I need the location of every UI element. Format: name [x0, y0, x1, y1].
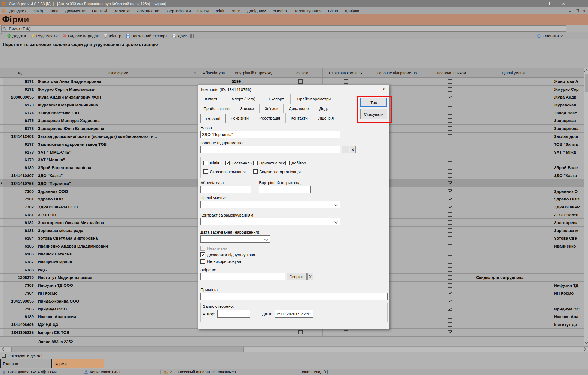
refresh-button[interactable]: Оновити — [534, 33, 565, 38]
dialog-tab-імпорт-beta-[interactable]: Імпорт (Beta) — [224, 94, 262, 104]
dialog-tab-зв-язок[interactable]: Зв'язок — [259, 104, 284, 113]
supplier-checkbox[interactable] — [448, 95, 452, 99]
allow-dispense-checkbox[interactable] — [200, 252, 205, 257]
branch-checkbox[interactable] — [203, 161, 208, 165]
insurance-company-checkbox[interactable] — [203, 169, 208, 174]
supplier-checkbox[interactable] — [225, 161, 230, 165]
menu-item-3[interactable]: Каса — [46, 8, 62, 13]
supplier-checkbox[interactable] — [448, 79, 452, 84]
supplier-checkbox[interactable] — [448, 291, 452, 295]
show-details-checkbox[interactable] — [2, 354, 6, 358]
supplier-checkbox[interactable] — [448, 307, 452, 311]
column-header-4[interactable]: Внутрішній штрих-код — [230, 68, 278, 77]
export-button[interactable]: Загальний експорт — [124, 33, 170, 38]
private-person-checkbox[interactable] — [253, 161, 258, 165]
menu-item-8[interactable]: Сертифікати — [164, 8, 194, 13]
dialog-tab-головні[interactable]: Головні — [200, 114, 226, 123]
close-icon[interactable]: × — [562, 1, 565, 6]
budget-org-checkbox[interactable] — [253, 169, 258, 174]
column-header-7[interactable]: Головне підприємство — [369, 68, 425, 77]
supplier-checkbox[interactable] — [448, 267, 452, 272]
supplier-checkbox[interactable] — [448, 181, 452, 185]
column-header-5[interactable]: Є філією — [278, 68, 323, 77]
vertical-scroll-thumb[interactable] — [585, 74, 588, 92]
dialog-tab-дод-[interactable]: Дод. — [314, 104, 333, 113]
mdi-close-icon[interactable]: x — [583, 9, 585, 13]
scroll-down-icon[interactable] — [584, 340, 588, 344]
author-field[interactable] — [217, 310, 250, 318]
supplier-checkbox[interactable] — [448, 158, 452, 162]
dialog-tab-експорт[interactable]: Експорт — [262, 94, 291, 104]
menu-item-10[interactable]: Філії — [212, 8, 227, 13]
table-row[interactable]: 1341195835Імперія СВ ТОВ — [0, 329, 584, 337]
dialog-tab-прайс-параметри[interactable]: Прайс-параметри — [290, 94, 337, 104]
menu-item-14[interactable]: Налаштування — [290, 8, 325, 13]
column-header-8[interactable]: Є постачальником — [425, 68, 474, 77]
insurance-checkbox[interactable] — [344, 79, 348, 84]
supplier-checkbox[interactable] — [448, 87, 452, 92]
supplier-checkbox[interactable] — [448, 118, 452, 123]
column-header-6[interactable]: Страхова компанія — [323, 68, 369, 77]
parent-clear-button[interactable]: X — [350, 146, 356, 153]
search-input[interactable] — [7, 26, 566, 31]
supplier-checkbox[interactable] — [448, 260, 452, 264]
supplier-checkbox[interactable] — [448, 283, 452, 288]
menu-item-5[interactable]: Платежі — [89, 8, 111, 13]
vertical-scrollbar[interactable] — [584, 68, 588, 345]
tab-firms[interactable]: Фірми — [53, 359, 104, 368]
supplier-checkbox[interactable] — [448, 212, 452, 217]
insurance-checkbox[interactable] — [344, 330, 348, 334]
menu-item-7[interactable]: Замовлення — [134, 8, 163, 13]
dialog-title-bar[interactable]: Компанія (ID: 1341410756) × — [198, 85, 389, 94]
barcode-field[interactable] — [259, 186, 311, 193]
menu-item-16[interactable]: Довідка — [341, 8, 362, 13]
supplier-checkbox[interactable] — [448, 197, 452, 201]
supplier-checkbox[interactable] — [448, 173, 452, 178]
column-header-2[interactable]: Назва фірми△ — [36, 68, 198, 77]
dialog-tab-ліцензія[interactable]: Ліцензія — [313, 113, 339, 123]
supplier-checkbox[interactable] — [448, 205, 452, 209]
supplier-checkbox[interactable] — [448, 189, 452, 193]
note-field[interactable] — [200, 293, 388, 300]
dialog-tab-прайс-зв-язки[interactable]: Прайс-зв'язки — [198, 104, 235, 113]
contract-select[interactable] — [200, 218, 340, 225]
edit-button[interactable]: Редагувати — [28, 33, 60, 38]
group-by-area[interactable]: Перетягніть заголовок колонки сюди для у… — [0, 39, 588, 68]
horizontal-scrollbar[interactable] — [0, 346, 588, 352]
dialog-tab-реквізити[interactable]: Реквізити — [226, 113, 254, 123]
menu-item-11[interactable]: Звіти — [227, 8, 244, 13]
verified-field[interactable] — [200, 273, 285, 280]
column-header-1[interactable]: ІД — [3, 68, 36, 77]
parent-lookup-button[interactable]: ... — [342, 146, 349, 153]
menu-item-1[interactable]: Довідник — [6, 8, 29, 13]
column-header-10[interactable] — [552, 68, 584, 77]
supplier-checkbox[interactable] — [448, 299, 452, 303]
cancel-button[interactable]: Скасувати — [360, 109, 387, 119]
verify-button[interactable]: Сверить — [287, 273, 307, 280]
abbr-field[interactable] — [200, 186, 251, 193]
scroll-right-icon[interactable] — [583, 347, 587, 352]
supplier-checkbox[interactable] — [448, 220, 452, 225]
tab-main[interactable]: Головна — [0, 359, 52, 368]
supplier-checkbox[interactable] — [448, 126, 452, 131]
mdi-minimize-icon[interactable] — [569, 11, 571, 12]
parent-company-field[interactable] — [200, 146, 340, 153]
branch-checkbox[interactable] — [298, 330, 303, 334]
toolbar-grip[interactable] — [1, 33, 3, 38]
add-button[interactable]: Додати — [4, 33, 28, 38]
supplier-checkbox[interactable] — [448, 228, 452, 233]
column-header-3[interactable]: Абревіатура — [198, 68, 230, 77]
scroll-left-icon[interactable] — [1, 347, 5, 352]
menu-item-12[interactable]: Довідники — [244, 8, 269, 13]
horizontal-scroll-thumb[interactable] — [11, 347, 244, 352]
founded-date-select[interactable] — [200, 235, 270, 243]
price-terms-select[interactable] — [200, 201, 340, 208]
supplier-checkbox[interactable] — [448, 322, 452, 327]
supplier-checkbox[interactable] — [448, 111, 452, 115]
dialog-close-icon[interactable]: × — [383, 86, 386, 92]
debtor-checkbox[interactable] — [285, 161, 290, 165]
do-not-use-checkbox[interactable] — [200, 259, 205, 264]
dialog-tab-імпорт[interactable]: Імпорт — [198, 94, 224, 104]
column-header-9[interactable]: Цінові умови — [474, 68, 552, 77]
supplier-checkbox[interactable] — [448, 166, 452, 170]
